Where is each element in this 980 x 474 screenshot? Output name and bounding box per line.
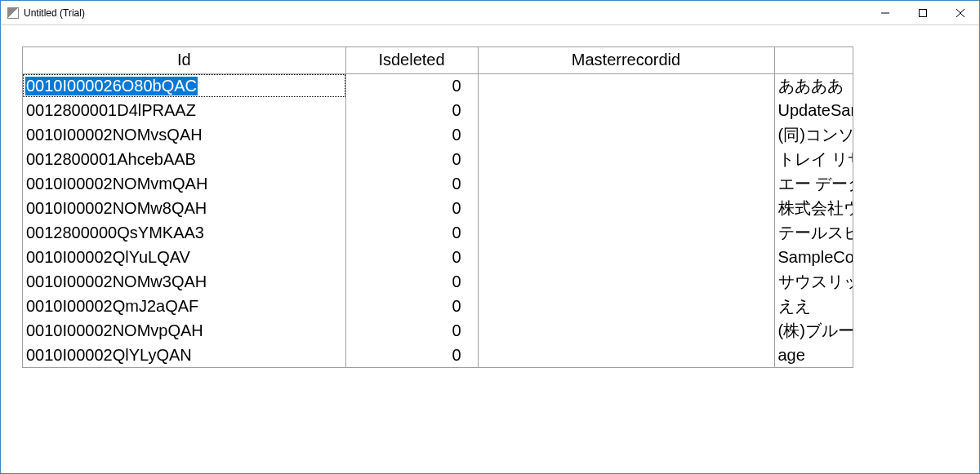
table-row[interactable]: 0012800000QsYMKAA3 0 テールスピン [23,220,853,245]
cell-extra[interactable]: age [774,343,853,367]
cell-isdeleted[interactable]: 0 [345,343,478,367]
cell-extra[interactable]: (同)コンソリデ [774,122,853,147]
header-id[interactable]: Id [23,47,345,73]
cell-master[interactable] [478,318,774,343]
cell-id[interactable]: 0010I00002QmJ2aQAF [23,294,345,318]
cell-master[interactable] [478,196,774,220]
cell-isdeleted[interactable]: 0 [345,171,478,196]
cell-id[interactable]: 0012800001D4lPRAAZ [23,98,345,122]
table-row[interactable]: 0012800001AhcebAAB 0 トレイ リサーチ [23,147,853,171]
titlebar[interactable]: Untitled (Trial) [1,1,979,25]
header-extra[interactable] [774,47,853,73]
cell-extra[interactable]: エー データム [774,171,853,196]
cell-id[interactable]: 0010I00002NOMw3QAH [23,269,345,294]
table-row[interactable]: 0010I00002QmJ2aQAF 0 ええ [23,294,853,318]
cell-extra[interactable]: ええ [774,294,853,318]
cell-id[interactable]: 0010I00002QlYLyQAN [23,343,345,367]
window-controls [866,1,979,24]
cell-master[interactable] [478,220,774,245]
cell-extra[interactable]: UpdateSam [774,98,853,122]
cell-id[interactable]: 0012800001AhcebAAB [23,147,345,171]
cell-isdeleted[interactable]: 0 [345,245,478,269]
cell-id[interactable]: 0012800000QsYMKAA3 [23,220,345,245]
cell-master[interactable] [478,122,774,147]
table-row[interactable]: 0010I00002NOMw3QAH 0 サウスリッジ ビ [23,269,853,294]
cell-id[interactable]: 0010I00002NOMw8QAH [23,196,345,220]
cell-master[interactable] [478,147,774,171]
cell-extra[interactable]: トレイ リサーチ [774,147,853,171]
table-row[interactable]: 0010I00002NOMvmQAH 0 エー データム [23,171,853,196]
cell-isdeleted[interactable]: 0 [345,294,478,318]
cell-isdeleted[interactable]: 0 [345,220,478,245]
cell-master[interactable] [478,343,774,367]
table-row[interactable]: 0010I00002NOMvpQAH 0 (株)ブルー ヤ [23,318,853,343]
cell-isdeleted[interactable]: 0 [345,269,478,294]
table-row[interactable]: 0010I00002QlYuLQAV 0 SampleCom [23,245,853,269]
cell-extra[interactable]: テールスピン [774,220,853,245]
cell-master[interactable] [478,73,774,98]
cell-extra[interactable]: 株式会社ウィ [774,196,853,220]
header-masterrecordid[interactable]: Masterrecordid [478,47,774,73]
table-row[interactable]: 0012800001D4lPRAAZ 0 UpdateSam [23,98,853,122]
app-window: Untitled (Trial) Id Isdeleted Masterreco… [0,0,980,474]
cell-id-selected[interactable]: 0010I000026O80bQAC [23,73,345,98]
table-row[interactable]: 0010I000026O80bQAC 0 ああああ [23,73,853,98]
cell-isdeleted[interactable]: 0 [345,147,478,171]
cell-isdeleted[interactable]: 0 [345,318,478,343]
table-row[interactable]: 0010I00002NOMvsQAH 0 (同)コンソリデ [23,122,853,147]
minimize-button[interactable] [866,1,904,24]
cell-id[interactable]: 0010I00002NOMvmQAH [23,171,345,196]
cell-master[interactable] [478,269,774,294]
cell-isdeleted[interactable]: 0 [345,122,478,147]
cell-master[interactable] [478,245,774,269]
data-grid[interactable]: Id Isdeleted Masterrecordid 0010I000026O… [23,47,853,367]
cell-id[interactable]: 0010I00002QlYuLQAV [23,245,345,269]
cell-extra[interactable]: (株)ブルー ヤ [774,318,853,343]
header-row: Id Isdeleted Masterrecordid [23,47,853,73]
svg-rect-1 [920,9,927,16]
table-row[interactable]: 0010I00002QlYLyQAN 0 age [23,343,853,367]
cell-id[interactable]: 0010I00002NOMvpQAH [23,318,345,343]
close-button[interactable] [942,1,979,24]
cell-extra[interactable]: サウスリッジ ビ [774,269,853,294]
cell-isdeleted[interactable]: 0 [345,73,478,98]
client-area: Id Isdeleted Masterrecordid 0010I000026O… [1,25,979,473]
cell-master[interactable] [478,171,774,196]
cell-master[interactable] [478,98,774,122]
cell-isdeleted[interactable]: 0 [345,98,478,122]
data-grid-container: Id Isdeleted Masterrecordid 0010I000026O… [22,47,853,368]
app-icon [7,7,19,19]
cell-master[interactable] [478,294,774,318]
cell-id[interactable]: 0010I00002NOMvsQAH [23,122,345,147]
maximize-button[interactable] [904,1,942,24]
header-isdeleted[interactable]: Isdeleted [345,47,478,73]
window-title: Untitled (Trial) [24,7,866,19]
table-row[interactable]: 0010I00002NOMw8QAH 0 株式会社ウィ [23,196,853,220]
cell-extra[interactable]: SampleCom [774,245,853,269]
cell-extra[interactable]: ああああ [774,73,853,98]
cell-isdeleted[interactable]: 0 [345,196,478,220]
